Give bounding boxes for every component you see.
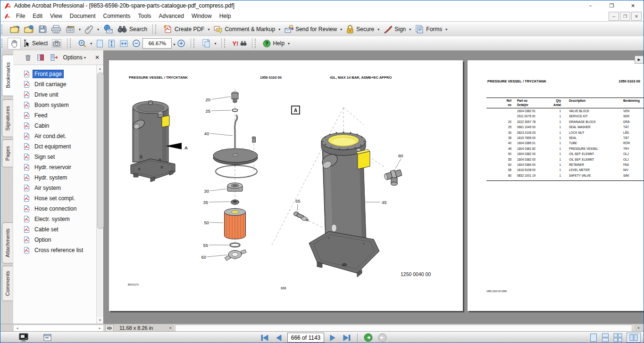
toolbar-drag-handle[interactable]: [193, 39, 196, 48]
bookmark-item[interactable]: Hose connection: [13, 204, 97, 214]
bookmarks-options-button[interactable]: Options: [63, 54, 86, 61]
actual-size-button[interactable]: [94, 38, 106, 49]
bookmark-item[interactable]: Dct equipment: [13, 141, 97, 152]
zoom-out-button[interactable]: [130, 38, 142, 49]
menu-window[interactable]: Window: [188, 12, 216, 20]
menu-comments[interactable]: Comments: [100, 12, 134, 20]
nav-tab-attachments[interactable]: Attachments: [2, 222, 13, 263]
two-up-view-button-selected[interactable]: [627, 333, 641, 343]
zoom-tool-button[interactable]: [76, 38, 94, 49]
expand-current-bookmark-icon[interactable]: [37, 54, 45, 61]
maximize-button[interactable]: ❐: [601, 0, 622, 11]
scroll-down-arrow[interactable]: ▾: [97, 317, 103, 324]
previous-view-button[interactable]: [362, 333, 374, 343]
nav-tab-comments[interactable]: Comments: [2, 266, 13, 301]
comment-markup-button[interactable]: Comment & Markup: [211, 24, 282, 35]
window-options-icon[interactable]: [43, 334, 52, 342]
toolbar-drag-handle[interactable]: [70, 39, 72, 48]
minimize-button[interactable]: −: [580, 0, 601, 11]
mdi-restore-button[interactable]: ❐: [620, 12, 630, 21]
close-button[interactable]: ✕: [622, 0, 644, 11]
continuous-view-icon[interactable]: [602, 333, 609, 342]
page-number-input[interactable]: [287, 333, 324, 343]
secure-button[interactable]: Secure: [344, 24, 381, 35]
facing-view-icon[interactable]: [613, 333, 622, 342]
bookmark-item[interactable]: Front page: [13, 69, 97, 79]
bookmark-item[interactable]: Sign set: [13, 152, 97, 162]
bookmark-item[interactable]: Cabin: [13, 121, 97, 131]
fit-width-button[interactable]: [117, 38, 130, 49]
attach-button[interactable]: [83, 24, 101, 35]
open-button[interactable]: [8, 24, 22, 35]
new-bookmark-icon[interactable]: [50, 54, 58, 61]
bookmark-item[interactable]: Hydr. system: [13, 172, 97, 183]
bookmark-item[interactable]: Electr. system: [13, 214, 97, 224]
bookmark-item[interactable]: Option: [13, 235, 97, 245]
mdi-minimize-button[interactable]: ─: [609, 12, 619, 21]
print-button[interactable]: [49, 24, 63, 35]
toolbar-drag-handle[interactable]: [1, 24, 4, 34]
pdf-page-left[interactable]: PRESSURE VESSEL / TRYCKTANK 1950 0103 00…: [109, 60, 463, 311]
menu-edit[interactable]: Edit: [29, 12, 46, 20]
first-page-button[interactable]: [259, 333, 270, 343]
doc-horizontal-scrollbar[interactable]: [174, 325, 634, 331]
help-button[interactable]: ? Help: [261, 39, 292, 49]
scroll-left-arrow[interactable]: ◂: [14, 325, 21, 331]
doc-scroll-left-arrow[interactable]: ◂: [167, 325, 174, 331]
organizer-button[interactable]: [63, 24, 83, 35]
toolbar-drag-handle[interactable]: [155, 24, 158, 34]
email-button[interactable]: [101, 24, 115, 35]
trash-icon[interactable]: [25, 54, 32, 61]
bookmark-item[interactable]: Hose set compl.: [13, 193, 97, 204]
forms-button[interactable]: Forms: [413, 24, 449, 35]
toolbar-drag-handle[interactable]: [255, 39, 257, 48]
pdf-page-right[interactable]: PRESSURE VESSEL / TRYCKTANK 1950 0103 00…: [468, 60, 644, 311]
bookmark-item[interactable]: Hydr. reservoir: [13, 162, 97, 172]
scroll-right-arrow[interactable]: ▸: [96, 325, 103, 331]
single-page-view-icon[interactable]: [590, 333, 597, 342]
send-review-button[interactable]: Send for Review: [282, 24, 344, 35]
toolbar-drag-handle[interactable]: [1, 39, 4, 48]
open-web-button[interactable]: [22, 24, 36, 35]
bookmark-item[interactable]: Feed: [13, 110, 97, 121]
fit-page-button[interactable]: [106, 38, 117, 49]
bookmark-item[interactable]: Drill carriage: [13, 79, 97, 90]
scrollbar-thumb[interactable]: [97, 73, 104, 229]
bookmarks-close-button[interactable]: ✕: [95, 54, 100, 61]
nav-tab-bookmarks[interactable]: Bookmarks: [2, 55, 14, 96]
bookmark-item[interactable]: Air system: [13, 183, 97, 193]
menu-file[interactable]: File: [12, 12, 29, 20]
pane-splitter-button[interactable]: [105, 325, 114, 332]
menu-document[interactable]: Document: [66, 12, 100, 20]
menu-help[interactable]: Help: [216, 12, 235, 20]
expand-pane-button[interactable]: ▶: [635, 56, 644, 64]
menu-advanced[interactable]: Advanced: [155, 12, 188, 20]
sign-button[interactable]: Sign: [381, 24, 413, 35]
save-button[interactable]: [36, 24, 49, 35]
select-tool-button[interactable]: Select: [21, 38, 50, 49]
bookmarks-vertical-scrollbar[interactable]: ▴ ▾: [96, 65, 103, 324]
next-page-button[interactable]: [327, 333, 338, 343]
bookmark-item[interactable]: Cross reference list: [13, 245, 97, 255]
scroll-up-arrow[interactable]: ▴: [97, 65, 103, 72]
page-display-button[interactable]: [200, 38, 218, 49]
last-page-button[interactable]: [341, 333, 352, 343]
snapshot-tool-button[interactable]: [50, 38, 64, 49]
mdi-close-button[interactable]: ✕: [631, 12, 642, 21]
bookmark-item[interactable]: Cable set: [13, 224, 97, 235]
doc-scroll-right-arrow[interactable]: ▸: [635, 325, 643, 331]
create-pdf-button[interactable]: Create PDF: [161, 24, 211, 35]
zoom-dropdown[interactable]: [172, 39, 175, 48]
toolbar-drag-handle[interactable]: [224, 39, 226, 48]
hand-tool-button[interactable]: [8, 38, 21, 49]
nav-tab-pages[interactable]: Pages: [2, 139, 13, 167]
next-view-button[interactable]: [376, 333, 388, 343]
zoom-level-input[interactable]: [142, 38, 172, 49]
nav-tab-signatures[interactable]: Signatures: [2, 99, 13, 137]
doc-scrollbar-thumb[interactable]: [175, 325, 632, 332]
reading-mode-icon[interactable]: [18, 333, 29, 342]
bookmark-item[interactable]: Boom system: [13, 100, 97, 110]
previous-page-button[interactable]: [273, 333, 284, 343]
bookmark-item[interactable]: Air cond.det.: [13, 131, 97, 141]
search-button[interactable]: Search: [115, 24, 149, 35]
